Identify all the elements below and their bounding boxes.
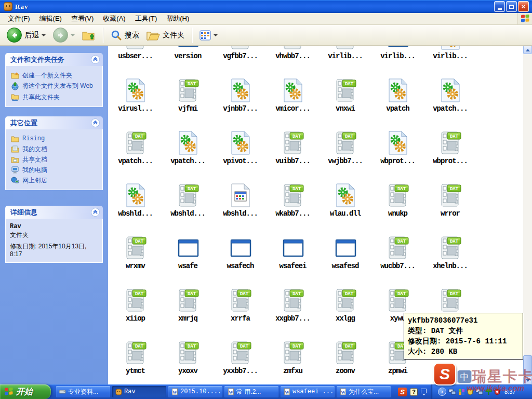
views-button[interactable]: [197, 29, 220, 42]
file-item[interactable]: DATwrxmv: [109, 235, 162, 288]
start-button[interactable]: 开始: [0, 384, 51, 399]
sidebar-link-tasks_panel-1[interactable]: 将这个文件夹发布到 Web: [10, 81, 100, 92]
file-item[interactable]: DATyxxbb7...: [214, 340, 267, 384]
scrollbar-thumb[interactable]: [523, 355, 532, 375]
share-folder-icon: [11, 94, 19, 101]
umbrella-icon[interactable]: [485, 389, 492, 395]
close-button[interactable]: ×: [518, 1, 529, 12]
file-label: virusl...: [118, 104, 153, 113]
theme-icon[interactable]: [458, 389, 465, 395]
file-item[interactable]: DATwnukp: [371, 183, 424, 235]
folders-button[interactable]: 文件夹: [144, 29, 187, 42]
menu-item-0[interactable]: 文件(F): [3, 12, 35, 25]
file-item[interactable]: DATxxgbb7...: [267, 288, 319, 340]
scroll-down-icon[interactable]: [523, 376, 532, 384]
file-item[interactable]: DATzoonv: [319, 340, 371, 384]
file-item[interactable]: wbshld...: [109, 183, 162, 235]
forward-button[interactable]: [50, 26, 77, 44]
network-icon[interactable]: [448, 389, 456, 395]
file-item[interactable]: DATwbprot...: [424, 130, 476, 183]
file-item[interactable]: virusl...: [109, 78, 162, 130]
file-item[interactable]: virlib...: [424, 46, 476, 78]
file-item[interactable]: wsafe: [162, 235, 214, 288]
collapse-panel-icon[interactable]: [91, 208, 100, 217]
file-item[interactable]: DATvpatch...: [109, 130, 162, 183]
menu-item-1[interactable]: 编辑(E): [35, 12, 66, 25]
search-button[interactable]: 搜索: [108, 29, 142, 42]
file-item[interactable]: DATwucbb7...: [371, 235, 424, 288]
rising-shield-icon[interactable]: [494, 389, 500, 395]
menu-item-5[interactable]: 帮助(H): [162, 12, 194, 25]
file-item[interactable]: wsafeei: [267, 235, 319, 288]
up-button[interactable]: [79, 28, 98, 43]
shield-icon[interactable]: [467, 389, 473, 395]
dat-file-icon: DAT: [228, 340, 253, 365]
ime-sogou-icon[interactable]: S: [398, 388, 407, 396]
file-item[interactable]: DATvhwbb7...: [267, 46, 319, 78]
file-item[interactable]: DATyxoxv: [162, 340, 214, 384]
dat-file-icon: DAT: [228, 288, 253, 313]
file-item[interactable]: version: [162, 46, 214, 78]
vertical-scrollbar[interactable]: [523, 46, 532, 384]
menu-item-4[interactable]: 工具(T): [130, 12, 162, 25]
ime-help-icon[interactable]: ?: [410, 388, 418, 396]
file-item[interactable]: wsafesd: [319, 235, 371, 288]
taskbar-task-0[interactable]: 专业资料...: [56, 386, 110, 397]
sidebar-link-places_panel-4[interactable]: 网上邻居: [10, 175, 100, 185]
file-item[interactable]: DATvwjbb7...: [319, 130, 371, 183]
ime-toolbar-icon[interactable]: [421, 389, 427, 395]
sidebar-link-tasks_panel-2[interactable]: 共享此文件夹: [10, 92, 100, 102]
file-item[interactable]: DATxrrfa: [214, 288, 267, 340]
sidebar-link-places_panel-0[interactable]: Rising: [10, 134, 100, 144]
scroll-up-icon[interactable]: [523, 46, 532, 54]
restore-button[interactable]: [506, 1, 517, 12]
file-item[interactable]: vpatch: [371, 78, 424, 130]
file-item[interactable]: wbshld...: [214, 183, 267, 235]
file-item[interactable]: DATxxlgg: [319, 288, 371, 340]
file-item[interactable]: virlib...: [371, 46, 424, 78]
file-item[interactable]: DATwrror: [424, 183, 476, 235]
back-dropdown-icon[interactable]: [42, 34, 46, 36]
file-item[interactable]: DATxhelnb...: [424, 235, 476, 288]
sidebar-link-places_panel-1[interactable]: 我的文档: [10, 144, 100, 154]
file-item[interactable]: DATvnxwi: [319, 78, 371, 130]
file-item[interactable]: DATzmfxu: [267, 340, 319, 384]
file-item[interactable]: DATvirlib...: [319, 46, 371, 78]
file-item[interactable]: DATusbser...: [109, 46, 162, 78]
menu-item-2[interactable]: 查看(V): [66, 12, 98, 25]
collapse-panel-icon[interactable]: [91, 55, 100, 64]
views-dropdown-icon[interactable]: [214, 34, 218, 36]
file-item[interactable]: wlau.dll: [319, 183, 371, 235]
taskbar-task-5[interactable]: W为什么宝...: [337, 386, 391, 397]
file-item[interactable]: vmicor...: [267, 78, 319, 130]
file-item[interactable]: vpivot...: [214, 130, 267, 183]
taskbar-task-4[interactable]: Wwsafeei ....: [281, 386, 335, 397]
file-item[interactable]: vpatch...: [424, 78, 476, 130]
folder-icon: [11, 135, 19, 142]
taskbar-task-3[interactable]: W常 用.2...: [224, 386, 278, 397]
file-item[interactable]: DATwbshld...: [162, 183, 214, 235]
file-item[interactable]: DATvjfmi: [162, 78, 214, 130]
file-item[interactable]: wsafech: [214, 235, 267, 288]
file-item[interactable]: DATxiiop: [109, 288, 162, 340]
sidebar-link-places_panel-2[interactable]: 共享文档: [10, 154, 100, 165]
sidebar-link-tasks_panel-0[interactable]: 创建一个新文件夹: [10, 70, 100, 81]
file-item[interactable]: wbprot...: [371, 130, 424, 183]
collapse-panel-icon[interactable]: [91, 118, 100, 127]
menu-item-3[interactable]: 收藏(A): [98, 12, 130, 25]
back-button[interactable]: 后退: [4, 26, 48, 44]
file-item[interactable]: DATxmrjq: [162, 288, 214, 340]
file-item[interactable]: DATvuibb7...: [267, 130, 319, 183]
file-item[interactable]: vpatch...: [162, 130, 214, 183]
file-item[interactable]: vjnbb7...: [214, 78, 267, 130]
network2-icon[interactable]: [475, 389, 483, 395]
file-item[interactable]: DATytmct: [109, 340, 162, 384]
collapse-chevron-icon[interactable]: ‹: [438, 388, 446, 396]
sidebar-link-places_panel-3[interactable]: 我的电脑: [10, 165, 100, 175]
file-item[interactable]: DATwkabb7...: [267, 183, 319, 235]
file-item[interactable]: DATvgfbb7...: [214, 46, 267, 78]
taskbar-task-1[interactable]: Rav: [112, 386, 166, 397]
taskbar-task-2[interactable]: W2015.10....: [168, 386, 222, 397]
file-label: wlau.dll: [330, 209, 361, 218]
minimize-button[interactable]: [494, 1, 505, 12]
